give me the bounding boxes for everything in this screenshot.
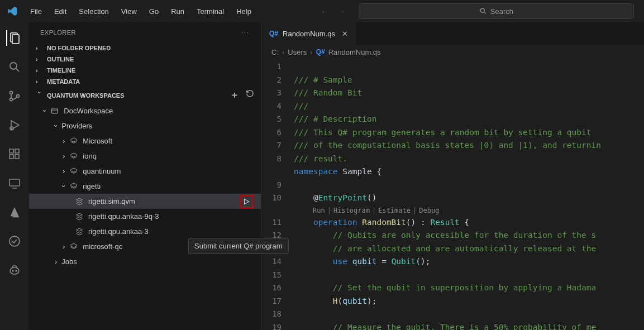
menu-view[interactable]: View xyxy=(116,5,142,18)
vscode-logo-icon xyxy=(4,6,20,17)
chevron-right-icon: › xyxy=(55,257,57,266)
chevron-right-icon: › xyxy=(36,78,44,85)
chevron-right-icon: › xyxy=(36,45,44,51)
remote-icon[interactable] xyxy=(7,175,22,191)
menu-run[interactable]: Run xyxy=(165,5,190,18)
provider-icon xyxy=(69,152,78,161)
tab-filename: RandomNum.qs xyxy=(283,30,335,38)
svg-point-19 xyxy=(12,270,13,271)
svg-rect-15 xyxy=(9,179,20,186)
close-tab-icon[interactable]: ✕ xyxy=(342,30,348,38)
qsharp-badge-icon: Q# xyxy=(269,30,278,37)
menu-go[interactable]: Go xyxy=(144,5,164,18)
menu-help[interactable]: Help xyxy=(231,5,257,18)
target-icon xyxy=(75,212,84,221)
chevron-right-icon: › xyxy=(36,56,44,63)
svg-rect-14 xyxy=(15,149,19,153)
target-rigetti-qpu-ankaa-9q-3[interactable]: rigetti.qpu.ankaa-9q-3 xyxy=(29,209,261,224)
section-no-folder[interactable]: › NO FOLDER OPENED xyxy=(29,42,261,54)
explorer-icon[interactable] xyxy=(6,30,22,46)
workspace-docworkspace[interactable]: › DocWorkspace xyxy=(29,103,261,118)
chevron-down-icon: › xyxy=(36,92,43,99)
chevron-right-icon: › xyxy=(310,48,312,56)
svg-point-20 xyxy=(16,270,17,271)
provider-icon xyxy=(69,167,78,176)
refresh-icon[interactable] xyxy=(246,89,254,101)
provider-rigetti[interactable]: › rigetti xyxy=(29,179,261,194)
menu-selection[interactable]: Selection xyxy=(73,5,114,18)
section-metadata[interactable]: › METADATA xyxy=(29,76,261,87)
chevron-right-icon: › xyxy=(282,48,284,56)
line-number-gutter: 1 2 3 4 5 6 7 8 9 10 11 12 13 14 15 16 1… xyxy=(261,59,294,330)
provider-icon xyxy=(69,137,78,146)
svg-line-5 xyxy=(16,69,19,71)
menu-file[interactable]: File xyxy=(25,5,47,18)
provider-quantinuum[interactable]: › quantinuum xyxy=(29,164,261,179)
chevron-down-icon: › xyxy=(41,109,49,112)
azure-icon[interactable] xyxy=(7,204,22,220)
extensions-icon[interactable] xyxy=(7,146,22,162)
svg-point-6 xyxy=(9,92,12,94)
section-quantum-workspaces[interactable]: › QUANTUM WORKSPACES ＋ xyxy=(29,87,261,103)
command-center-search[interactable]: Search xyxy=(359,3,634,19)
menu-edit[interactable]: Edit xyxy=(49,5,72,18)
svg-marker-9 xyxy=(11,121,19,130)
nav-forward-icon[interactable]: → xyxy=(338,7,345,16)
tab-randomnum-qs[interactable]: Q# RandomNum.qs ✕ xyxy=(261,22,356,45)
codelens[interactable]: Run|Histogram|Estimate|Debug xyxy=(294,205,644,216)
svg-point-18 xyxy=(10,267,19,274)
chevron-right-icon: › xyxy=(36,67,44,74)
svg-rect-21 xyxy=(52,108,58,113)
search-placeholder: Search xyxy=(490,7,513,16)
menu-terminal[interactable]: Terminal xyxy=(191,5,230,18)
copilot-icon[interactable] xyxy=(7,262,22,278)
svg-marker-23 xyxy=(245,199,249,204)
more-actions-icon[interactable]: ··· xyxy=(241,29,250,36)
chevron-right-icon: › xyxy=(63,152,65,160)
svg-point-0 xyxy=(480,8,484,12)
submit-program-tooltip: Submit current Q# program xyxy=(188,238,289,254)
section-timeline[interactable]: › TIMELINE xyxy=(29,65,261,76)
svg-point-17 xyxy=(9,236,20,246)
provider-icon xyxy=(69,242,78,251)
qsharp-badge-icon: Q# xyxy=(316,48,325,56)
nav-back-icon[interactable]: ← xyxy=(321,7,328,16)
svg-rect-12 xyxy=(9,155,13,159)
chevron-right-icon: › xyxy=(63,137,65,145)
provider-microsoft[interactable]: › Microsoft xyxy=(29,133,261,149)
svg-rect-13 xyxy=(15,155,19,159)
breadcrumb[interactable]: C: › Users › Q# RandomNum.qs xyxy=(261,45,644,59)
jobs-node[interactable]: › Jobs xyxy=(29,254,261,269)
sidebar-title: EXPLORER xyxy=(40,29,76,36)
target-icon xyxy=(75,227,84,236)
code-editor[interactable]: /// # Sample /// Random Bit /// /// # De… xyxy=(294,59,644,330)
chevron-right-icon: › xyxy=(63,167,65,175)
svg-point-4 xyxy=(10,63,17,69)
workspace-icon xyxy=(50,107,59,116)
target-rigetti-sim-qvm[interactable]: rigetti.sim.qvm xyxy=(29,194,261,209)
chevron-right-icon: › xyxy=(63,242,65,251)
section-outline[interactable]: › OUTLINE xyxy=(29,54,261,65)
svg-point-7 xyxy=(9,98,12,101)
svg-rect-3 xyxy=(12,35,19,44)
svg-line-1 xyxy=(484,12,486,14)
chevron-down-icon: › xyxy=(52,125,60,127)
testing-icon[interactable] xyxy=(7,233,22,249)
run-debug-icon[interactable] xyxy=(7,117,22,133)
target-rigetti-qpu-ankaa-3[interactable]: rigetti.qpu.ankaa-3 xyxy=(29,224,261,239)
add-workspace-icon[interactable]: ＋ xyxy=(230,89,239,101)
providers-node[interactable]: › Providers xyxy=(29,118,261,133)
source-control-icon[interactable] xyxy=(7,88,22,104)
provider-icon xyxy=(69,182,78,191)
svg-rect-11 xyxy=(9,149,13,153)
search-icon[interactable] xyxy=(7,59,22,75)
chevron-down-icon: › xyxy=(60,185,68,187)
submit-program-button[interactable] xyxy=(240,195,253,208)
provider-ionq[interactable]: › ionq xyxy=(29,149,261,164)
target-icon xyxy=(75,197,84,206)
